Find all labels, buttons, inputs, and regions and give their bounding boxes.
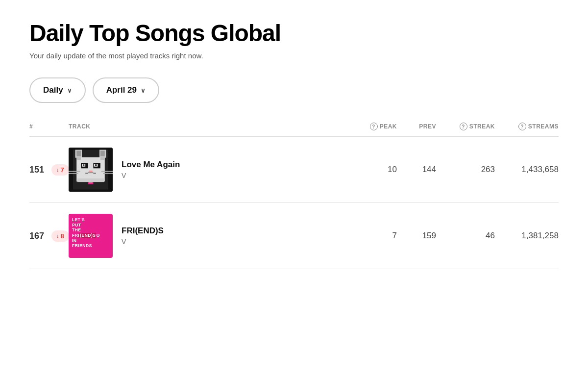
rank-cell: 167 ↓ 8: [29, 230, 69, 242]
prev-value: 159: [397, 231, 436, 241]
frequency-filter-button[interactable]: Daily ∨: [29, 77, 86, 103]
album-art: [69, 148, 113, 192]
page-subtitle: Your daily update of the most played tra…: [29, 51, 559, 60]
svg-rect-6: [76, 157, 105, 182]
svg-rect-18: [69, 173, 78, 174]
date-chevron-icon: ∨: [141, 87, 146, 94]
rank-number: 167: [29, 231, 47, 241]
svg-rect-20: [103, 173, 113, 174]
page-title: Daily Top Songs Global: [29, 20, 559, 47]
rank-change-badge: ↓ 7: [51, 164, 69, 176]
track-cell: LET'SPUTTHEFRI(END)S⊙INFRIENDS FRI(END)S…: [69, 214, 348, 258]
svg-rect-19: [101, 171, 113, 172]
svg-rect-11: [83, 164, 85, 166]
svg-rect-12: [95, 164, 97, 166]
col-hash-label: #: [29, 123, 69, 130]
streak-value: 46: [436, 231, 495, 241]
frequency-chevron-icon: ∨: [67, 87, 72, 94]
peak-info-icon[interactable]: ?: [370, 123, 378, 130]
streams-value: 1,433,658: [495, 165, 559, 175]
arrow-down-icon: ↓: [56, 233, 59, 239]
track-info: FRI(END)S V: [122, 226, 164, 246]
date-label: April 29: [106, 85, 137, 95]
svg-rect-25: [77, 178, 104, 182]
svg-rect-24: [100, 157, 105, 160]
album-art-text: LET'SPUTTHEFRI(END)S⊙INFRIENDS: [72, 217, 100, 249]
track-artist: V: [122, 172, 180, 179]
album-art: LET'SPUTTHEFRI(END)S⊙INFRIENDS: [69, 214, 113, 258]
svg-rect-15: [93, 173, 96, 174]
frequency-label: Daily: [43, 85, 63, 95]
track-info: Love Me Again V: [122, 160, 180, 179]
svg-rect-17: [69, 171, 80, 172]
streak-value: 263: [436, 165, 495, 175]
streak-info-icon[interactable]: ?: [460, 123, 467, 130]
rank-number: 151: [29, 165, 47, 175]
col-streams-label: ? Streams: [495, 123, 559, 130]
rank-change-badge: ↓ 8: [51, 230, 69, 242]
track-name: FRI(END)S: [122, 226, 164, 236]
table-header: # TRACK ? Peak Prev ? Streak ? Streams: [29, 123, 559, 137]
track-artist: V: [122, 238, 164, 246]
filter-row: Daily ∨ April 29 ∨: [29, 77, 559, 103]
table-row: 151 ↓ 7: [29, 137, 559, 203]
streams-info-icon[interactable]: ?: [518, 123, 526, 130]
arrow-down-icon: ↓: [56, 167, 59, 173]
peak-value: 10: [348, 165, 397, 175]
svg-rect-23: [76, 157, 81, 160]
svg-rect-14: [85, 173, 88, 174]
svg-rect-16: [88, 172, 94, 174]
svg-rect-5: [100, 151, 105, 156]
date-filter-button[interactable]: April 29 ∨: [93, 77, 159, 103]
svg-rect-4: [76, 151, 81, 156]
peak-value: 7: [348, 231, 397, 241]
rank-cell: 151 ↓ 7: [29, 164, 69, 176]
track-name: Love Me Again: [122, 160, 180, 170]
table-row: 167 ↓ 8 LET'SPUTTHEFRI(END)S⊙INFRIENDS F…: [29, 203, 559, 269]
col-peak-label: ? Peak: [348, 123, 397, 130]
rank-change-value: 8: [61, 232, 64, 240]
col-track-label: TRACK: [69, 123, 348, 130]
col-prev-label: Prev: [397, 123, 436, 130]
track-cell: Love Me Again V: [69, 148, 348, 192]
col-streak-label: ? Streak: [436, 123, 495, 130]
prev-value: 144: [397, 165, 436, 175]
rank-change-value: 7: [61, 166, 64, 174]
streams-value: 1,381,258: [495, 231, 559, 241]
